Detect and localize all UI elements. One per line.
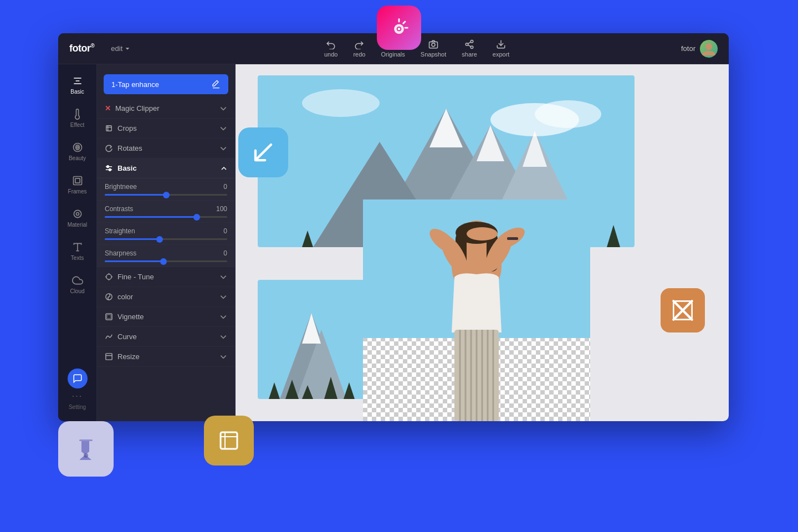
reg-symbol: ® — [90, 43, 94, 49]
straighten-label: Straighten — [105, 227, 135, 235]
crops-label: Crops — [117, 124, 137, 132]
svg-line-21 — [468, 45, 471, 47]
sidebar-bottom: ··· Setting — [68, 369, 88, 416]
svg-rect-32 — [75, 178, 79, 183]
fine-tune-icon — [105, 273, 113, 281]
basic-icon — [105, 164, 113, 172]
sharpness-fill — [105, 260, 163, 262]
setting-label: Setting — [69, 404, 86, 410]
share-button[interactable]: share — [462, 39, 477, 58]
svg-point-64 — [302, 89, 380, 117]
curve-icon — [105, 332, 113, 341]
editor-body: Basic Effect Beauty — [58, 64, 729, 421]
enhance-button[interactable]: 1-Tap enhance — [104, 74, 228, 94]
vignette-section[interactable]: Vignette — [97, 307, 235, 327]
contrasts-label: Contrasts — [105, 205, 133, 213]
sidebar-item-material[interactable]: Material — [58, 203, 96, 233]
floating-crop-icon — [204, 416, 254, 466]
resize-label: Resize — [117, 352, 140, 361]
snapshot-button[interactable]: Snapshot — [421, 39, 446, 58]
sidebar-item-frames[interactable]: Frames — [58, 170, 96, 200]
sidebar-cloud-label: Cloud — [70, 288, 84, 294]
redo-button[interactable]: redo — [353, 39, 365, 58]
edit-menu[interactable]: edit — [111, 44, 130, 53]
magic-clipper-left: ✕ Magic Clipper — [105, 104, 159, 112]
sidebar-item-texts[interactable]: Texts — [58, 236, 96, 267]
sidebar-effect-label: Effect — [70, 122, 84, 128]
brightness-label: Brightneee — [105, 183, 137, 191]
svg-rect-52 — [106, 354, 112, 360]
brightness-slider[interactable] — [105, 194, 227, 196]
brightness-thumb[interactable] — [163, 192, 170, 198]
user-avatar[interactable] — [700, 40, 718, 58]
color-label: color — [117, 293, 133, 301]
mountain-image-small — [258, 280, 366, 399]
sharpness-slider[interactable] — [105, 260, 227, 262]
svg-rect-6 — [79, 439, 93, 441]
vignette-icon — [105, 313, 113, 321]
resize-section[interactable]: Resize — [97, 347, 235, 367]
edit-label: edit — [111, 44, 122, 53]
rotates-icon — [105, 144, 113, 152]
sidebar-item-cloud[interactable]: Cloud — [58, 269, 96, 300]
resize-left: Resize — [105, 352, 140, 361]
rotates-left: Rotates — [105, 144, 142, 152]
floating-arrow-icon — [238, 127, 288, 177]
svg-point-2 — [398, 28, 400, 30]
undo-button[interactable]: undo — [324, 39, 337, 58]
rotates-section[interactable]: Rotates — [97, 139, 235, 158]
svg-rect-96 — [507, 237, 518, 240]
straighten-value: 0 — [223, 227, 227, 235]
export-label: export — [493, 51, 510, 58]
rotates-label: Rotates — [117, 144, 142, 152]
canvas-area[interactable] — [236, 64, 729, 421]
chat-button[interactable] — [68, 369, 88, 388]
export-button[interactable]: export — [493, 39, 510, 58]
left-panel: 1-Tap enhance ✕ Magic Clipper — [97, 64, 236, 421]
brightness-fill — [105, 194, 166, 196]
sharpness-thumb[interactable] — [160, 258, 167, 265]
contrasts-slider[interactable] — [105, 216, 227, 218]
undo-label: undo — [324, 51, 337, 58]
fine-tune-chevron — [219, 273, 227, 281]
fine-tune-label: Fine - Tune — [117, 273, 154, 281]
straighten-slider[interactable] — [105, 238, 227, 240]
sidebar-item-beauty[interactable]: Beauty — [58, 136, 96, 167]
sidebar-beauty-label: Beauty — [69, 155, 86, 161]
resize-chevron — [219, 353, 227, 361]
svg-point-43 — [109, 168, 111, 171]
resize-icon — [105, 352, 113, 361]
curve-label: Curve — [117, 332, 137, 341]
sidebar-material-label: Material — [68, 222, 88, 228]
contrasts-thumb[interactable] — [193, 214, 200, 221]
brightness-section: Brightneee 0 — [97, 178, 235, 201]
curve-left: Curve — [105, 332, 137, 341]
mountain-svg-small — [258, 280, 366, 399]
curve-chevron — [219, 333, 227, 341]
curve-section[interactable]: Curve — [97, 327, 235, 347]
svg-rect-37 — [106, 126, 111, 131]
fine-tune-section[interactable]: Fine - Tune — [97, 267, 235, 287]
brightness-value: 0 — [223, 183, 227, 191]
magic-clipper-section[interactable]: ✕ Magic Clipper — [97, 99, 235, 119]
svg-rect-31 — [73, 177, 81, 185]
redo-label: redo — [353, 51, 365, 58]
settings-dots: ··· — [72, 391, 83, 401]
sharpness-label: Sharpness — [105, 249, 136, 257]
vignette-chevron — [219, 313, 227, 321]
straighten-section: Straighten 0 — [97, 223, 235, 245]
basic-header[interactable]: Basic — [97, 158, 235, 178]
sharpness-value: 0 — [223, 249, 227, 257]
sidebar-item-basic[interactable]: Basic — [58, 70, 96, 100]
crops-section[interactable]: Crops — [97, 119, 235, 139]
vignette-left: Vignette — [105, 313, 144, 321]
woman-image — [363, 200, 590, 421]
svg-point-44 — [106, 274, 111, 279]
svg-marker-35 — [213, 80, 218, 86]
color-section[interactable]: color — [97, 287, 235, 307]
svg-point-17 — [432, 43, 435, 47]
sidebar-item-effect[interactable]: Effect — [58, 103, 96, 134]
straighten-thumb[interactable] — [156, 236, 163, 243]
straighten-fill — [105, 238, 160, 240]
svg-line-4 — [403, 22, 405, 23]
